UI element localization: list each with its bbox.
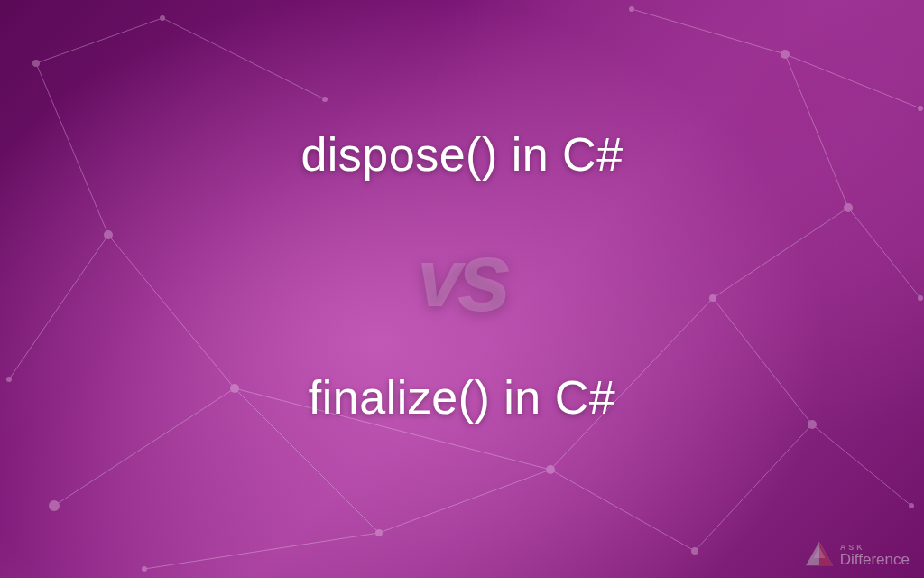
- term-bottom: finalize() in C#: [309, 370, 615, 424]
- comparison-card: dispose() in C# vs finalize() in C#: [0, 0, 924, 578]
- brand-name-label: Difference: [840, 552, 910, 567]
- brand-logo-icon: [804, 540, 835, 567]
- term-top: dispose() in C#: [300, 127, 623, 182]
- brand-watermark: ASK Difference: [804, 540, 910, 567]
- vs-label: vs: [417, 241, 506, 311]
- brand-text: ASK Difference: [840, 544, 910, 567]
